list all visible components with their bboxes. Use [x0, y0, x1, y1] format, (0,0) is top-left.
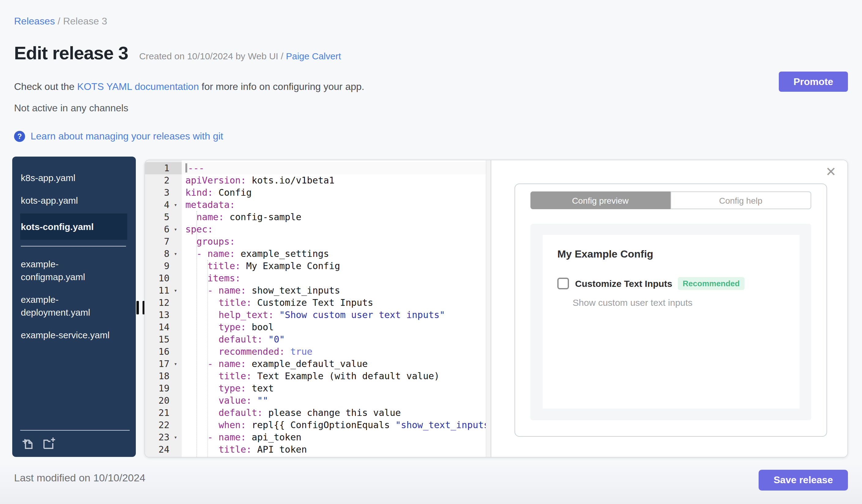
line-gutter: 15 — [145, 333, 182, 346]
kots-docs-link[interactable]: KOTS YAML documentation — [77, 81, 199, 92]
config-group-title: My Example Config — [557, 248, 785, 261]
fold-spacer — [169, 395, 182, 407]
line-number: 20 — [145, 395, 169, 407]
line-number: 8 — [145, 248, 169, 260]
line-gutter: 19 — [145, 382, 182, 395]
file-sidebar: k8s-app.yamlkots-app.yamlkots-config.yam… — [12, 157, 136, 457]
page-title: Edit release 3 — [14, 43, 128, 64]
line-number: 18 — [145, 370, 169, 382]
code-text: apiVersion: kots.io/v1beta1 — [182, 174, 486, 187]
title-row: Edit release 3 Created on 10/10/2024 by … — [14, 43, 341, 64]
breadcrumb-current: Release 3 — [63, 16, 107, 26]
line-number: 2 — [145, 174, 169, 187]
git-releases-link[interactable]: Learn about managing your releases with … — [30, 131, 223, 142]
code-text: - name: example_default_value — [182, 358, 486, 370]
fold-arrow-icon[interactable]: ▾ — [169, 248, 182, 260]
tab-config-help[interactable]: Config help — [670, 191, 811, 209]
line-number: 15 — [145, 333, 169, 346]
sidebar-item-example-deployment.yaml[interactable]: example-deployment.yaml — [20, 288, 127, 323]
code-text: spec: — [182, 223, 486, 236]
fold-arrow-icon[interactable]: ▾ — [169, 199, 182, 211]
close-icon[interactable]: ✕ — [826, 165, 836, 178]
line-number: 12 — [145, 297, 169, 309]
fold-arrow-icon[interactable]: ▾ — [169, 223, 182, 236]
fold-spacer — [169, 236, 182, 248]
config-item-label: Customize Text Inputs — [575, 278, 672, 289]
code-line-11: 11▾ - name: show_text_inputs — [145, 284, 486, 297]
code-line-24: 24 title: API token — [145, 443, 486, 456]
line-number: 21 — [145, 407, 169, 419]
line-gutter: 18 — [145, 370, 182, 382]
line-gutter: 12 — [145, 297, 182, 309]
code-line-10: 10 items: — [145, 272, 486, 284]
line-gutter: 6▾ — [145, 223, 182, 236]
code-text: kind: Config — [182, 187, 486, 199]
page: Releases / Release 3 Edit release 3 Crea… — [0, 0, 862, 504]
fold-arrow-icon[interactable]: ▾ — [169, 358, 182, 370]
code-text: type: bool — [182, 321, 486, 333]
customize-text-inputs-checkbox[interactable] — [557, 278, 569, 289]
tab-config-preview[interactable]: Config preview — [531, 191, 670, 209]
last-modified-text: Last modified on 10/10/2024 — [14, 472, 145, 485]
sidebar-bottom — [20, 430, 130, 452]
save-release-button[interactable]: Save release — [759, 470, 848, 491]
code-line-14: 14 type: bool — [145, 321, 486, 333]
config-preview-pane: ✕ Config preview Config help My Example … — [491, 160, 847, 457]
promote-button[interactable]: Promote — [779, 71, 848, 92]
fold-arrow-icon[interactable]: ▾ — [169, 431, 182, 443]
config-preview-box: Config preview Config help My Example Co… — [514, 184, 827, 437]
code-text: help_text: "Show custom user text inputs… — [182, 309, 486, 321]
code-text: name: config-sample — [182, 211, 486, 223]
sidebar-item-k8s-app.yaml[interactable]: k8s-app.yaml — [20, 167, 127, 189]
docs-suffix: for more info on configuring your app. — [199, 81, 364, 92]
fold-spacer — [169, 370, 182, 382]
created-meta: Created on 10/10/2024 by Web UI / Paige … — [139, 51, 341, 61]
recommended-badge: Recommended — [678, 277, 745, 290]
sidebar-item-kots-app.yaml[interactable]: kots-app.yaml — [20, 189, 127, 212]
code-text: type: text — [182, 382, 486, 395]
file-name: example-deployment.yaml — [21, 293, 113, 319]
line-number: 1 — [145, 162, 169, 174]
breadcrumb-releases-link[interactable]: Releases — [14, 16, 55, 26]
line-gutter: 20 — [145, 395, 182, 407]
sidebar-resize-handle[interactable] — [136, 301, 145, 314]
fold-spacer — [169, 407, 182, 419]
line-number: 4 — [145, 199, 169, 211]
config-card: My Example Config Customize Text Inputs … — [543, 235, 800, 409]
fold-arrow-icon[interactable]: ▾ — [169, 284, 182, 297]
line-gutter: 8▾ — [145, 248, 182, 260]
code-line-9: 9 title: My Example Config — [145, 260, 486, 272]
git-help-row: ? Learn about managing your releases wit… — [14, 131, 223, 142]
line-number: 10 — [145, 272, 169, 284]
sidebar-item-example-service.yaml[interactable]: example-service.yaml — [20, 323, 127, 346]
author-link[interactable]: Paige Calvert — [286, 51, 341, 61]
yaml-code-editor[interactable]: 1---2apiVersion: kots.io/v1beta13kind: C… — [145, 160, 491, 457]
editor-scrollbar[interactable] — [486, 160, 491, 457]
line-gutter: 1 — [145, 162, 182, 174]
sidebar-actions — [20, 436, 130, 452]
code-text: title: Customize Text Inputs — [182, 297, 486, 309]
line-number: 16 — [145, 346, 169, 358]
code-line-6: 6▾spec: — [145, 223, 486, 236]
line-gutter: 22 — [145, 419, 182, 431]
new-folder-icon[interactable] — [42, 437, 56, 450]
code-line-17: 17▾ - name: example_default_value — [145, 358, 486, 370]
code-text: groups: — [182, 236, 486, 248]
text-cursor — [185, 163, 187, 172]
new-file-icon[interactable] — [22, 437, 34, 450]
sidebar-item-kots-config.yaml[interactable]: kots-config.yaml — [20, 213, 127, 240]
code-text: title: API token — [182, 443, 486, 456]
code-text: - name: example_settings — [182, 248, 486, 260]
fold-spacer — [169, 174, 182, 187]
line-gutter: 21 — [145, 407, 182, 419]
code-line-7: 7 groups: — [145, 236, 486, 248]
sidebar-divider — [21, 246, 126, 247]
line-number: 17 — [145, 358, 169, 370]
sidebar-item-example-configmap.yaml[interactable]: example-configmap.yaml — [20, 253, 127, 288]
fold-spacer — [169, 456, 182, 457]
help-question-icon[interactable]: ? — [14, 131, 25, 142]
code-text: title: Text Example (with default value) — [182, 370, 486, 382]
line-gutter: 16 — [145, 346, 182, 358]
code-line-3: 3kind: Config — [145, 187, 486, 199]
fold-spacer — [169, 272, 182, 284]
